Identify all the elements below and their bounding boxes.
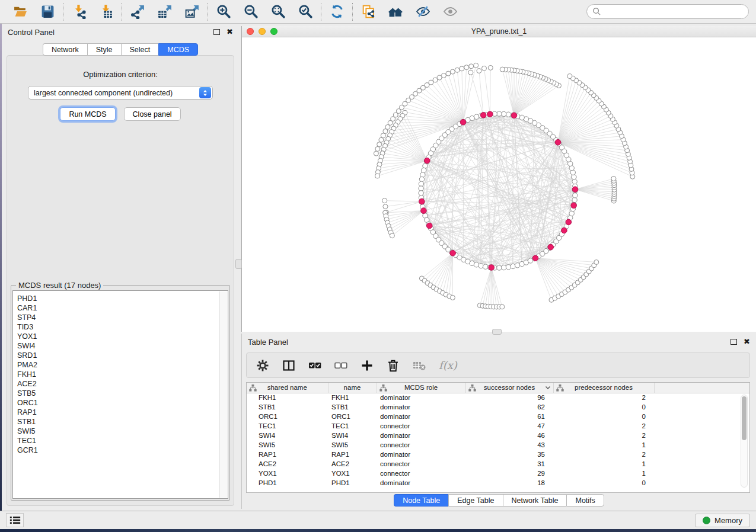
close-panel-button[interactable]: Close panel	[124, 107, 181, 121]
cell-successor-nodes[interactable]: 47	[465, 421, 553, 431]
network-overview-button[interactable]	[387, 4, 404, 20]
cell-name[interactable]: STB1	[328, 402, 377, 412]
mcds-result-item[interactable]: STB5	[17, 389, 228, 398]
cell-MCDS-role[interactable]: connector	[377, 469, 465, 478]
cell-successor-nodes[interactable]: 18	[465, 478, 553, 488]
cell-shared-name[interactable]: PHD1	[247, 478, 328, 488]
close-panel-icon[interactable]: ✖	[227, 29, 233, 35]
table-row[interactable]: SWI4SWI4dominator462	[247, 431, 749, 440]
import-network-button[interactable]	[71, 4, 87, 20]
apply-layout-button[interactable]	[328, 4, 345, 20]
cell-name[interactable]: TEC1	[328, 421, 377, 431]
cell-name[interactable]: RAP1	[328, 450, 377, 459]
split-columns-button[interactable]	[282, 357, 295, 374]
cell-shared-name[interactable]: TEC1	[247, 421, 328, 431]
cell-name[interactable]: PHD1	[328, 478, 377, 488]
mcds-result-item[interactable]: STB1	[17, 417, 228, 427]
zoom-out-button[interactable]	[243, 4, 259, 20]
table-row[interactable]: PHD1PHD1dominator180	[247, 478, 749, 488]
column-header-MCDS-role[interactable]: MCDS role	[377, 383, 465, 393]
search-input[interactable]	[604, 8, 743, 16]
cell-successor-nodes[interactable]: 29	[465, 469, 553, 478]
column-header-name[interactable]: name	[328, 383, 377, 393]
cell-successor-nodes[interactable]: 43	[465, 440, 553, 450]
cell-successor-nodes[interactable]: 96	[465, 393, 553, 402]
cell-MCDS-role[interactable]: dominator	[377, 431, 465, 440]
table-settings-button[interactable]	[256, 357, 269, 374]
mcds-result-item[interactable]: GCR1	[17, 446, 228, 455]
clone-network-button[interactable]	[360, 4, 377, 20]
cell-predecessor-nodes[interactable]: 2	[553, 421, 654, 431]
column-header-successor-nodes[interactable]: successor nodes	[465, 383, 553, 393]
column-header-shared-name[interactable]: shared name	[247, 383, 328, 393]
cell-MCDS-role[interactable]: connector	[377, 440, 465, 450]
cell-predecessor-nodes[interactable]: 1	[553, 440, 654, 450]
mcds-result-item[interactable]: PHD1	[17, 294, 228, 303]
export-network-button[interactable]	[129, 4, 146, 20]
vertical-splitter-grip[interactable]	[235, 259, 242, 269]
table-tab-node-table[interactable]: Node Table	[394, 494, 448, 507]
tab-network[interactable]: Network	[43, 43, 87, 56]
table-row[interactable]: TEC1TEC1connector472	[247, 421, 749, 431]
zoom-fit-button[interactable]	[270, 4, 286, 20]
cell-shared-name[interactable]: ACE2	[247, 459, 328, 469]
show-panels-button[interactable]	[6, 513, 24, 527]
cell-predecessor-nodes[interactable]: 1	[553, 469, 654, 478]
table-tab-network-table[interactable]: Network Table	[503, 494, 567, 507]
search-box[interactable]	[586, 4, 749, 19]
cell-MCDS-role[interactable]: connector	[377, 459, 465, 469]
mcds-result-item[interactable]: PMA2	[17, 360, 228, 370]
mcds-result-item[interactable]: TID3	[17, 322, 228, 332]
mcds-result-item[interactable]: RAP1	[17, 408, 228, 417]
cell-MCDS-role[interactable]: dominator	[377, 393, 465, 402]
cell-shared-name[interactable]: SWI5	[247, 440, 328, 450]
cell-predecessor-nodes[interactable]: 0	[553, 412, 654, 421]
table-row[interactable]: RAP1RAP1dominator352	[247, 450, 749, 459]
network-canvas[interactable]	[242, 37, 756, 332]
cell-shared-name[interactable]: YOX1	[247, 469, 328, 478]
result-list-scrollbar[interactable]	[219, 291, 227, 498]
import-table-button[interactable]	[98, 4, 114, 20]
cell-predecessor-nodes[interactable]: 2	[553, 431, 654, 440]
run-mcds-button[interactable]: Run MCDS	[60, 107, 115, 121]
cell-shared-name[interactable]: ORC1	[247, 412, 328, 421]
table-row[interactable]: STB1STB1dominator620	[247, 402, 749, 412]
tab-style[interactable]: Style	[87, 43, 121, 56]
cell-predecessor-nodes[interactable]: 2	[553, 393, 654, 402]
table-scrollbar-thumb[interactable]	[742, 396, 747, 440]
cell-shared-name[interactable]: STB1	[247, 402, 328, 412]
export-image-button[interactable]	[184, 4, 200, 20]
cell-successor-nodes[interactable]: 62	[465, 402, 553, 412]
close-table-panel-icon[interactable]: ✖	[744, 339, 750, 345]
cell-name[interactable]: ORC1	[328, 412, 377, 421]
horizontal-splitter-grip[interactable]	[492, 329, 502, 335]
mcds-result-item[interactable]: SWI4	[17, 341, 228, 351]
select-all-button[interactable]	[308, 357, 321, 374]
zoom-in-button[interactable]	[215, 4, 232, 20]
delete-column-button[interactable]	[387, 357, 400, 374]
mcds-result-item[interactable]: FKH1	[17, 370, 228, 379]
table-scrollbar[interactable]	[741, 395, 748, 488]
export-table-button[interactable]	[157, 4, 173, 20]
cell-MCDS-role[interactable]: dominator	[377, 450, 465, 459]
cell-MCDS-role[interactable]: dominator	[377, 402, 465, 412]
zoom-selected-button[interactable]	[297, 4, 314, 20]
mcds-result-item[interactable]: SWI5	[17, 427, 228, 436]
cell-name[interactable]: FKH1	[328, 393, 377, 402]
cell-MCDS-role[interactable]: dominator	[377, 412, 465, 421]
table-tab-motifs[interactable]: Motifs	[566, 494, 604, 507]
cell-predecessor-nodes[interactable]: 1	[553, 459, 654, 469]
memory-button[interactable]: Memory	[695, 514, 750, 527]
cell-successor-nodes[interactable]: 46	[465, 431, 553, 440]
cell-MCDS-role[interactable]: dominator	[377, 478, 465, 488]
mcds-result-list[interactable]: PHD1CAR1STP4TID3YOX1SWI4SRD1PMA2FKH1ACE2…	[12, 290, 228, 499]
cell-name[interactable]: SWI4	[328, 431, 377, 440]
open-session-button[interactable]	[12, 4, 28, 20]
mcds-result-item[interactable]: STP4	[17, 313, 228, 322]
cell-name[interactable]: YOX1	[328, 469, 377, 478]
cell-MCDS-role[interactable]: connector	[377, 421, 465, 431]
hide-selected-button[interactable]	[414, 4, 431, 20]
cell-shared-name[interactable]: FKH1	[247, 393, 328, 402]
save-session-button[interactable]	[39, 4, 56, 20]
network-window-titlebar[interactable]: YPA_prune.txt_1	[242, 26, 756, 37]
